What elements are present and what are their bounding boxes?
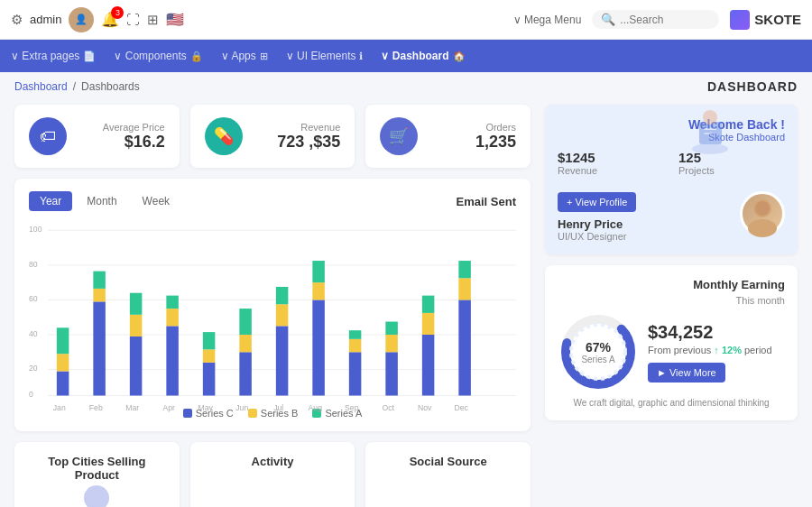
welcome-card: Welcome Back ! Skote Dashboard $1245 [545,105,798,254]
stat-card-orders: 🛒 Orders 1,235 [365,105,531,168]
from-prev-label: From previous [648,345,711,355]
view-more-button[interactable]: ► View More [648,363,725,383]
svg-rect-19 [130,315,143,336]
tab-week[interactable]: Week [132,191,180,211]
svg-rect-44 [422,296,435,313]
skote-logo: SKOTE [730,10,801,30]
chart-tabs: Year Month Week [29,191,180,211]
svg-point-67 [755,201,770,216]
menu-label: ∨ Extra pages [11,50,79,62]
menu-apps[interactable]: ∨ Apps ⊞ [221,50,268,62]
svg-rect-31 [276,304,289,326]
menu-label: ∨ UI Elements [286,50,356,62]
earning-amount: $34,252 [648,322,785,343]
earning-tagline: We craft digital, graphic and dimensiona… [558,398,785,408]
stat-info-price: Average Price $16.2 [79,122,165,152]
avatar[interactable]: 👤 [69,7,94,32]
welcome-stat-revenue: $1245 Revenue [558,150,664,176]
svg-rect-16 [93,289,106,301]
svg-text:Feb: Feb [89,403,103,412]
breadcrumb-home[interactable]: Dashboard [14,80,68,93]
svg-rect-46 [458,278,471,300]
welcome-title: Welcome Back ! [558,117,785,132]
tab-year[interactable]: Year [29,191,72,211]
expand-icon[interactable]: ⛶ [126,12,140,27]
svg-point-60 [692,143,728,154]
menu-label: ∨ Dashboard [381,50,448,62]
search-input[interactable] [620,14,710,26]
menu-extra-pages[interactable]: ∨ Extra pages 📄 [11,50,96,62]
bottom-card-cities: Top Cities Selling Product [14,442,180,507]
svg-rect-17 [93,272,106,289]
svg-text:Nov: Nov [418,403,432,412]
menu-components[interactable]: ∨ Components 🔒 [114,50,202,62]
bottom-card-activity-title: Activity [205,455,341,468]
stat-label-price: Average Price [79,122,165,133]
welcome-stats: $1245 Revenue 125 Projects [558,150,785,176]
chart-area: 100 80 60 40 20 0 [29,220,516,401]
tab-month[interactable]: Month [76,191,127,211]
menu-dashboard[interactable]: ∨ Dashboard 🏠 [381,50,465,62]
stat-card-price: 🏷 Average Price $16.2 [14,105,180,168]
flag-icon[interactable]: 🇺🇸 [166,11,184,28]
main-content: 🏷 Average Price $16.2 💊 Revenue 723 ,$35… [0,97,812,503]
pct-change: ↑ 12% [714,345,742,355]
chart-header: Year Month Week Email Sent [29,191,516,211]
earning-card: Monthly Earning This month 67% Series A [545,265,798,420]
lock-icon: 🔒 [190,51,203,62]
svg-rect-36 [349,352,362,395]
welcome-subtitle: Skote Dashboard [558,132,785,143]
svg-rect-12 [57,372,69,396]
bottom-card-activity: Activity [190,442,355,507]
svg-rect-28 [239,335,252,352]
menu-label: ∨ Apps [221,50,256,62]
svg-text:Mar: Mar [125,403,139,412]
left-panel: 🏷 Average Price $16.2 💊 Revenue 723 ,$35… [14,105,531,496]
orders-icon: 🛒 [380,117,418,155]
menu-ui-elements[interactable]: ∨ UI Elements ℹ [286,50,364,62]
svg-rect-30 [276,326,289,395]
svg-text:0: 0 [29,390,33,399]
price-icon: 🏷 [29,117,67,155]
svg-rect-20 [130,293,143,315]
svg-rect-37 [349,339,362,352]
svg-rect-21 [166,326,179,395]
profile-info: + View Profile Henry Price UI/UX Designe… [558,185,636,242]
page-icon: 📄 [83,51,96,62]
info-icon: ℹ [359,51,363,62]
welcome-illustration [686,108,735,158]
stat-label-revenue: Revenue [255,122,341,133]
svg-rect-33 [312,300,325,395]
period-suffix: period [744,345,772,355]
revenue-icon: 💊 [205,117,243,155]
search-box[interactable]: 🔍 [592,10,719,29]
grid-icon[interactable]: ⊞ [147,12,159,28]
view-profile-button[interactable]: + View Profile [558,192,636,212]
logo-text: SKOTE [754,12,801,27]
svg-text:May: May [198,403,214,412]
notification-badge: 3 [111,6,124,19]
nav-left: ⚙ admin 👤 🔔 3 ⛶ ⊞ 🇺🇸 [11,7,506,32]
apps-icon: ⊞ [260,51,268,62]
svg-rect-43 [422,313,435,335]
svg-text:Apr: Apr [163,403,176,412]
svg-rect-29 [239,309,252,335]
mega-menu-bar: ∨ Extra pages 📄 ∨ Components 🔒 ∨ Apps ⊞ … [0,40,812,72]
menu-label: ∨ Components [114,50,186,62]
mega-menu-trigger[interactable]: ∨ Mega Menu [513,14,582,26]
svg-rect-32 [276,287,289,304]
stat-value-revenue: 723 ,$35 [255,133,341,152]
profile-name: Henry Price [558,217,636,231]
revenue-value: $1245 [558,150,664,165]
svg-rect-27 [239,352,252,395]
gear-icon[interactable]: ⚙ [11,12,23,28]
stat-value-orders: 1,235 [430,133,516,152]
notification-bell[interactable]: 🔔 3 [101,11,119,28]
svg-rect-15 [93,301,106,395]
svg-rect-18 [130,336,143,396]
svg-text:Jun: Jun [235,403,248,412]
svg-text:60: 60 [29,294,38,303]
admin-label[interactable]: admin [30,13,61,26]
page-title: DASHBOARD [707,79,798,94]
svg-text:Aug: Aug [309,403,323,412]
